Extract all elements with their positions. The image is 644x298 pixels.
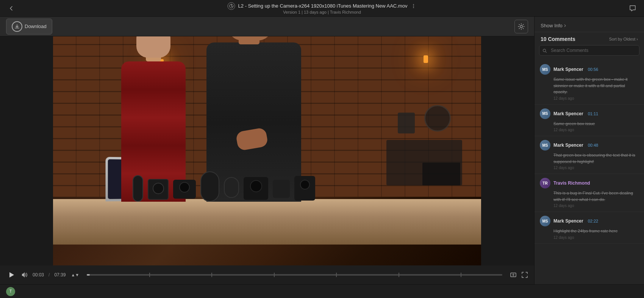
svg-marker-5 xyxy=(9,272,14,278)
comment-timestamp-5: 02:22 xyxy=(588,219,599,223)
sort-by-button[interactable]: Sort by Oldest › xyxy=(609,37,638,41)
comment-item: MS Mark Spencer 01:11 Same green box iss… xyxy=(535,105,644,136)
comment-header-2: MS Mark Spencer 01:11 xyxy=(540,108,639,119)
comment-item: MS Mark Spencer 00:56 Same issue with th… xyxy=(535,60,644,105)
svg-point-1 xyxy=(413,4,414,5)
show-info-label: Show Info xyxy=(541,23,563,28)
progress-bar-fill xyxy=(87,274,89,276)
comment-text-1: Same issue with the green box - make it … xyxy=(553,76,639,95)
video-placeholder:  xyxy=(53,36,481,265)
avatar-mark-spencer-5: MS xyxy=(540,216,550,226)
download-button[interactable]: Download xyxy=(6,19,52,35)
svg-point-2 xyxy=(413,6,414,6)
comment-date-5: 12 days ago xyxy=(553,235,639,240)
progress-bar[interactable] xyxy=(87,274,502,276)
sort-chevron-icon: › xyxy=(636,37,638,41)
comment-timestamp-2: 01:11 xyxy=(588,111,599,116)
version-icon xyxy=(228,2,235,10)
comment-text-4: This is a bug in Final Cut. I've been de… xyxy=(553,190,639,202)
toolbar: Download xyxy=(0,17,534,36)
cameras-row xyxy=(129,168,474,202)
back-button[interactable] xyxy=(6,3,17,14)
comments-header: 10 Comments Sort by Oldest › xyxy=(535,32,644,45)
comment-author-1: Mark Spencer xyxy=(553,67,583,72)
comment-header-3: MS Mark Spencer 00:48 xyxy=(540,140,639,151)
svg-point-4 xyxy=(520,25,522,28)
search-input[interactable] xyxy=(539,45,639,56)
speed-control[interactable]: ▲▼ xyxy=(71,273,79,277)
avatar-mark-spencer-1: MS xyxy=(540,64,550,75)
video-area: Download xyxy=(0,17,534,284)
camera-right-1 xyxy=(244,177,268,200)
comment-text-3: That green box is obscuring the text tha… xyxy=(553,152,639,165)
avatar-mark-spencer-3: MS xyxy=(540,140,550,151)
camera-cylinder xyxy=(224,177,239,198)
table-surface xyxy=(53,199,481,245)
comment-date-3: 12 days ago xyxy=(553,166,639,170)
avatar-mark-spencer-2: MS xyxy=(540,108,550,119)
camera-right-3 xyxy=(294,176,315,201)
light-right xyxy=(424,55,428,63)
comment-date-2: 12 days ago xyxy=(553,128,639,132)
comment-author-5: Mark Spencer xyxy=(553,218,583,224)
comment-header-5: MS Mark Spencer 02:22 xyxy=(540,216,639,226)
comment-author-4: Travis Richmond xyxy=(553,180,590,186)
comment-timestamp-3: 00:48 xyxy=(588,143,599,147)
user-initials: T xyxy=(9,289,12,293)
svg-point-7 xyxy=(543,49,546,52)
comment-text-5: Highlight the 24fps frame rate here xyxy=(553,228,639,234)
download-label: Download xyxy=(25,24,47,29)
top-bar-center: L2 - Setting up the Camera-x264 1920x108… xyxy=(228,2,417,14)
svg-point-3 xyxy=(413,7,414,8)
search-comments-container xyxy=(539,45,639,56)
video-frame:  xyxy=(53,36,481,265)
comment-date-1: 12 days ago xyxy=(553,96,639,100)
camera-3 xyxy=(173,180,196,199)
camera-2 xyxy=(148,179,169,200)
video-controls: 00:03 / 07:39 ▲▼ xyxy=(0,265,534,284)
more-options-icon[interactable] xyxy=(410,3,416,9)
fit-to-window-button[interactable] xyxy=(510,271,517,278)
sidebar-header: Show Info › xyxy=(535,17,644,32)
chevron-right-icon: › xyxy=(564,22,566,29)
person-left-head xyxy=(136,36,170,58)
main-content: Download xyxy=(0,17,644,284)
top-bar-right xyxy=(627,3,638,14)
person-right-head xyxy=(227,36,273,41)
comment-header-4: TR Travis Richmond xyxy=(540,178,639,188)
comment-timestamp-1: 00:56 xyxy=(588,67,599,72)
play-button[interactable] xyxy=(6,270,17,280)
comment-date-4: 12 days ago xyxy=(553,204,639,208)
comment-header-1: MS Mark Spencer 00:56 xyxy=(540,64,639,75)
comments-count: 10 Comments xyxy=(541,36,575,42)
sidebar: Show Info › 10 Comments Sort by Oldest › xyxy=(534,17,644,284)
comment-text-2: Same green box issue xyxy=(553,121,639,127)
download-icon xyxy=(12,21,22,32)
comments-list: MS Mark Spencer 00:56 Same issue with th… xyxy=(535,59,644,284)
camera-right-2 xyxy=(273,180,290,198)
time-separator: / xyxy=(48,272,50,278)
top-bar-title: L2 - Setting up the Camera-x264 1920x108… xyxy=(238,3,408,9)
camera-lens-1 xyxy=(133,175,143,202)
total-time: 07:39 xyxy=(54,272,66,278)
top-bar: L2 - Setting up the Camera-x264 1920x108… xyxy=(0,0,644,17)
comment-item: TR Travis Richmond This is a bug in Fina… xyxy=(535,174,644,212)
user-avatar: T xyxy=(6,287,15,296)
settings-button[interactable] xyxy=(514,20,528,33)
shelf-items xyxy=(394,105,451,143)
top-bar-left xyxy=(6,3,17,14)
search-icon xyxy=(542,48,547,53)
volume-button[interactable] xyxy=(21,271,28,278)
avatar-travis-richmond: TR xyxy=(540,178,550,188)
comment-author-3: Mark Spencer xyxy=(553,143,583,148)
bottom-bar: T xyxy=(0,284,644,298)
show-info-button[interactable]: Show Info › xyxy=(541,22,566,29)
sort-label: Sort by Oldest xyxy=(609,37,636,41)
fullscreen-button[interactable] xyxy=(521,271,528,278)
comment-author-2: Mark Spencer xyxy=(553,111,583,116)
comment-item: MS Mark Spencer 02:22 Highlight the 24fp… xyxy=(535,212,644,244)
comment-item: MS Mark Spencer 00:48 That green box is … xyxy=(535,136,644,174)
chat-button[interactable] xyxy=(627,3,638,14)
camera-lens-large xyxy=(200,171,219,202)
current-time: 00:03 xyxy=(33,272,44,278)
